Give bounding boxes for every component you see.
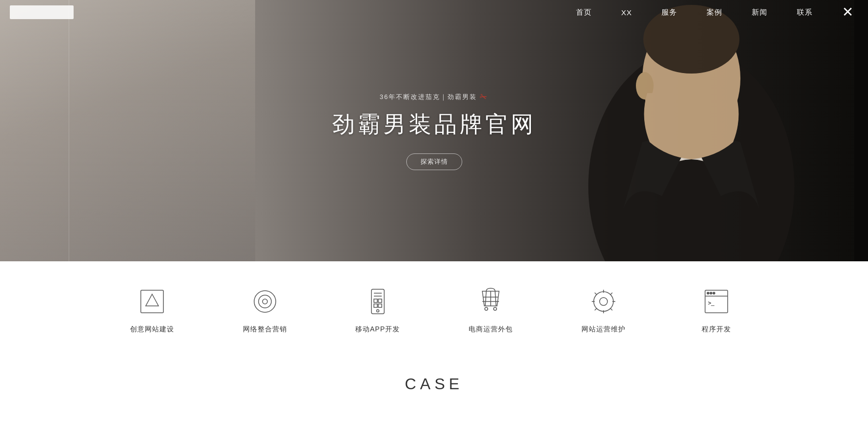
svg-text:>_: >_ [708,300,714,306]
svg-point-24 [494,307,497,310]
svg-point-23 [485,307,488,310]
nav-item-news[interactable]: 新闻 [752,8,767,17]
hero-subtitle-text: 36年不断改进茄克｜劲霸男装 [380,93,477,101]
svg-point-17 [376,310,379,312]
service-item-code[interactable]: >_ 程序开发 [660,285,773,334]
svg-rect-15 [374,304,377,307]
service-item-website[interactable]: 创意网站建设 [96,285,209,334]
close-icon[interactable]: ✕ [842,5,853,19]
maintenance-icon [587,285,620,318]
svg-point-7 [254,291,276,312]
svg-line-18 [485,291,486,306]
svg-line-34 [595,308,597,310]
service-label-code: 程序开发 [702,325,731,334]
service-item-ecommerce[interactable]: 电商运营外包 [434,285,547,334]
app-icon [361,285,395,318]
nav-item-xx[interactable]: XX [621,8,632,17]
service-item-maintenance[interactable]: 网站运营维护 [547,285,660,334]
svg-point-8 [259,295,271,308]
svg-line-31 [595,293,597,295]
svg-marker-6 [146,294,158,306]
svg-point-39 [713,292,715,294]
header: 首页 XX 服务 案例 新闻 联系 ✕ [0,0,868,25]
svg-rect-16 [378,304,382,307]
nav-item-contact[interactable]: 联系 [797,8,813,17]
service-label-marketing: 网络整合营销 [243,325,287,334]
hero-content: 36年不断改进茄克｜劲霸男装 ✂ 劲霸男装品牌官网 探索详情 [332,92,536,170]
service-label-app: 移动APP开发 [355,325,400,334]
nav-item-cases[interactable]: 案例 [707,8,722,17]
svg-line-20 [495,291,496,306]
hero-explore-button[interactable]: 探索详情 [406,153,462,170]
svg-rect-14 [378,299,382,302]
services-section: 创意网站建设 网络整合营销 移动APP开发 [0,261,868,355]
svg-point-9 [263,299,267,304]
hero-title: 劲霸男装品牌官网 [332,109,536,140]
svg-point-37 [707,292,709,294]
svg-line-32 [610,308,612,310]
service-label-website: 创意网站建设 [130,325,174,334]
service-label-maintenance: 网站运营维护 [581,325,626,334]
svg-line-33 [610,293,612,295]
hero-subtitle: 36年不断改进茄克｜劲霸男装 ✂ [332,92,536,102]
ecommerce-icon [474,285,507,318]
scissors-icon: ✂ [478,90,490,103]
hero-sidebar-line [69,0,69,261]
code-icon: >_ [700,285,733,318]
svg-rect-13 [374,299,377,302]
marketing-icon [248,285,282,318]
logo[interactable] [10,5,74,19]
nav-item-home[interactable]: 首页 [576,8,592,17]
case-section: CASE [0,355,868,398]
service-label-ecommerce: 电商运营外包 [469,325,513,334]
nav-item-services[interactable]: 服务 [661,8,677,17]
main-nav: 首页 XX 服务 案例 新闻 联系 ✕ [576,5,853,19]
hero-section: 36年不断改进茄克｜劲霸男装 ✂ 劲霸男装品牌官网 探索详情 [0,0,868,261]
case-title: CASE [0,375,868,393]
svg-point-26 [600,298,607,305]
service-item-marketing[interactable]: 网络整合营销 [209,285,321,334]
website-icon [135,285,169,318]
service-item-app[interactable]: 移动APP开发 [321,285,434,334]
svg-point-38 [710,292,712,294]
